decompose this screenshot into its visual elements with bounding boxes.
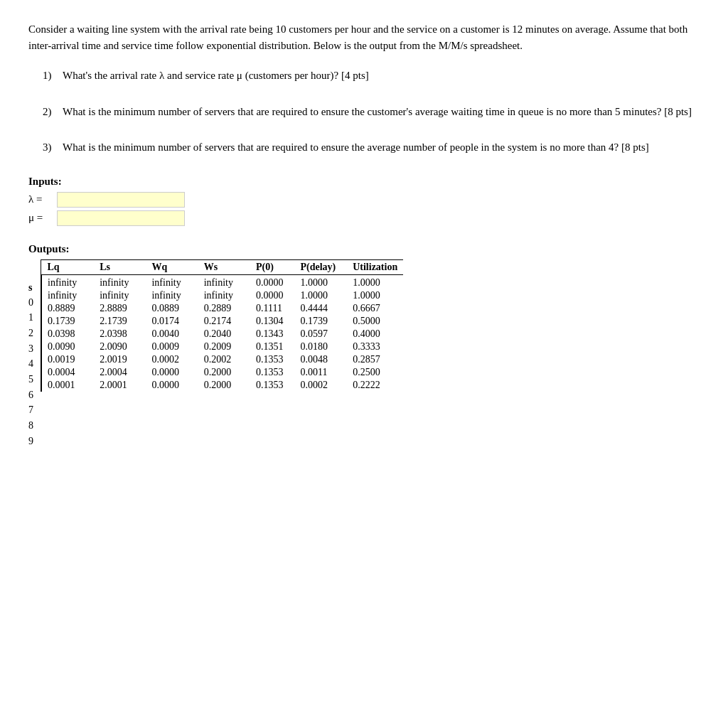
mu-input[interactable]	[57, 210, 185, 226]
lq-3: 0.8889	[42, 302, 95, 315]
util-5: 0.4000	[347, 328, 403, 340]
ws-2: infinity	[198, 289, 250, 302]
data-table-container: Lq Ls Wq Ws P(0) P(delay) Utilization	[41, 259, 403, 392]
inputs-section: Inputs: λ = μ =	[28, 176, 700, 226]
pdelay-6: 0.0180	[294, 340, 347, 353]
s-column: s 0 1 2 3 4 5 6 7 8 9	[28, 259, 41, 449]
wq-4: 0.0174	[146, 315, 198, 328]
lq-2: infinity	[42, 289, 95, 302]
table-row: infinity infinity infinity infinity 0.00…	[42, 277, 404, 289]
p0-9: 0.1353	[250, 379, 295, 392]
q3-number: 3)	[43, 139, 63, 156]
lambda-input[interactable]	[57, 192, 185, 208]
table-row: 0.0090 2.0090 0.0009 0.2009 0.1351 0.018…	[42, 340, 404, 353]
s-value-8: 8	[28, 418, 33, 434]
wq-9: 0.0000	[146, 379, 198, 392]
table-row: 0.0004 2.0004 0.0000 0.2000 0.1353 0.001…	[42, 366, 404, 379]
ws-3: 0.2889	[198, 302, 250, 315]
ws-9: 0.2000	[198, 379, 250, 392]
ls-2: infinity	[94, 289, 146, 302]
p0-5: 0.1343	[250, 328, 295, 340]
table-row: 0.8889 2.8889 0.0889 0.2889 0.1111 0.444…	[42, 302, 404, 315]
outputs-section: Outputs: s 0 1 2 3 4 5 6 7 8 9 Lq Ls Wq	[28, 243, 700, 449]
table-row: 0.0398 2.0398 0.0040 0.2040 0.1343 0.059…	[42, 328, 404, 340]
pdelay-1: 1.0000	[294, 277, 347, 289]
table-row: infinity infinity infinity infinity 0.00…	[42, 289, 404, 302]
ws-7: 0.2002	[198, 353, 250, 366]
util-3: 0.6667	[347, 302, 403, 315]
util-7: 0.2857	[347, 353, 403, 366]
ls-6: 2.0090	[94, 340, 146, 353]
mu-label: μ =	[28, 212, 57, 224]
ls-8: 2.0004	[94, 366, 146, 379]
pdelay-9: 0.0002	[294, 379, 347, 392]
wq-8: 0.0000	[146, 366, 198, 379]
pdelay-7: 0.0048	[294, 353, 347, 366]
lq-5: 0.0398	[42, 328, 95, 340]
p0-4: 0.1304	[250, 315, 295, 328]
table-row: 0.0019 2.0019 0.0002 0.2002 0.1353 0.004…	[42, 353, 404, 366]
lq-header: Lq	[42, 260, 95, 275]
table-body: infinity infinity infinity infinity 0.00…	[42, 274, 404, 392]
util-4: 0.5000	[347, 315, 403, 328]
ls-7: 2.0019	[94, 353, 146, 366]
pdelay-4: 0.1739	[294, 315, 347, 328]
ls-5: 2.0398	[94, 328, 146, 340]
p0-3: 0.1111	[250, 302, 295, 315]
q2-number: 2)	[43, 104, 63, 120]
util-1: 1.0000	[347, 277, 403, 289]
wq-3: 0.0889	[146, 302, 198, 315]
ws-6: 0.2009	[198, 340, 250, 353]
p0-7: 0.1353	[250, 353, 295, 366]
table-row: 0.1739 2.1739 0.0174 0.2174 0.1304 0.173…	[42, 315, 404, 328]
ls-9: 2.0001	[94, 379, 146, 392]
util-2: 1.0000	[347, 289, 403, 302]
wq-1: infinity	[146, 277, 198, 289]
table-row: 0.0001 2.0001 0.0000 0.2000 0.1353 0.000…	[42, 379, 404, 392]
question-3: 3)What is the minimum number of servers …	[43, 139, 700, 156]
s-value-6: 6	[28, 387, 33, 403]
outputs-title: Outputs:	[28, 243, 700, 255]
s-value-2: 2	[28, 326, 33, 341]
wq-2: infinity	[146, 289, 198, 302]
ws-1: infinity	[198, 277, 250, 289]
p0-header: P(0)	[250, 260, 295, 275]
ws-header: Ws	[198, 260, 250, 275]
q2-text: What is the minimum number of servers th…	[63, 104, 698, 120]
data-table: Lq Ls Wq Ws P(0) P(delay) Utilization	[41, 260, 403, 392]
question-1: 1)What's the arrival rate λ and service …	[43, 68, 700, 84]
q3-text: What is the minimum number of servers th…	[63, 139, 698, 156]
pdelay-5: 0.0597	[294, 328, 347, 340]
s-value-7: 7	[28, 402, 33, 418]
questions-section: 1)What's the arrival rate λ and service …	[43, 68, 700, 156]
ls-header: Ls	[94, 260, 146, 275]
lq-8: 0.0004	[42, 366, 95, 379]
utilization-header: Utilization	[347, 260, 403, 275]
s-value-9: 9	[28, 434, 33, 449]
question-2: 2)What is the minimum number of servers …	[43, 104, 700, 120]
table-layout: s 0 1 2 3 4 5 6 7 8 9 Lq Ls Wq Ws P(0	[28, 259, 700, 449]
lambda-label: λ =	[28, 193, 57, 205]
s-value-5: 5	[28, 372, 33, 387]
ls-1: infinity	[94, 277, 146, 289]
q1-number: 1)	[43, 68, 63, 84]
lq-4: 0.1739	[42, 315, 95, 328]
util-8: 0.2500	[347, 366, 403, 379]
lq-9: 0.0001	[42, 379, 95, 392]
s-value-1: 1	[28, 310, 33, 326]
util-9: 0.2222	[347, 379, 403, 392]
lq-7: 0.0019	[42, 353, 95, 366]
wq-7: 0.0002	[146, 353, 198, 366]
s-value-0: 0	[28, 295, 33, 311]
pdelay-header: P(delay)	[294, 260, 347, 275]
ws-8: 0.2000	[198, 366, 250, 379]
ls-3: 2.8889	[94, 302, 146, 315]
wq-header: Wq	[146, 260, 198, 275]
inputs-title: Inputs:	[28, 176, 700, 188]
s-header: s	[28, 282, 33, 294]
lambda-row: λ =	[28, 192, 700, 208]
ws-5: 0.2040	[198, 328, 250, 340]
ls-4: 2.1739	[94, 315, 146, 328]
lq-1: infinity	[42, 277, 95, 289]
header-row: Lq Ls Wq Ws P(0) P(delay) Utilization	[42, 260, 404, 275]
